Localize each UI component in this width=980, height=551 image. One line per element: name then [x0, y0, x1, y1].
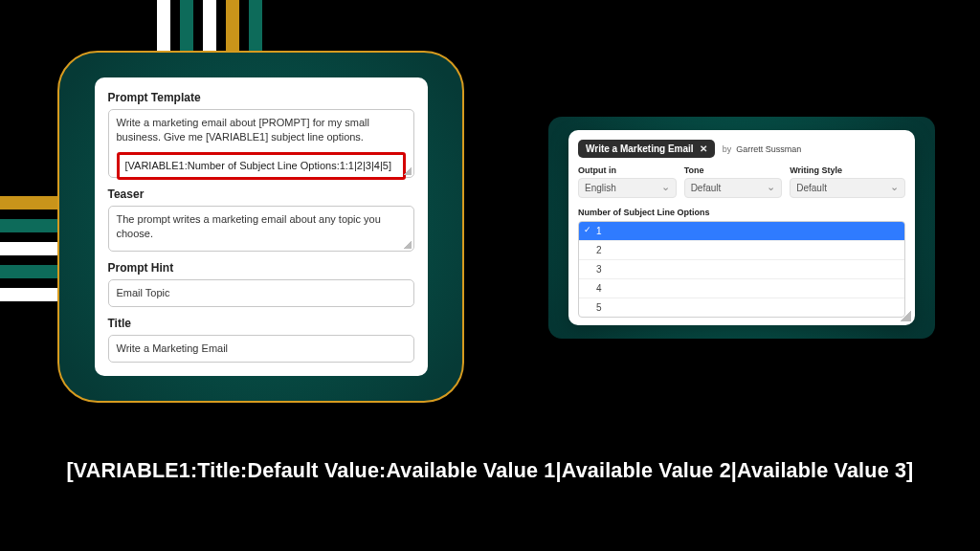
tone-value: Default [691, 183, 722, 193]
dropdown-item-5[interactable]: 5 [579, 298, 904, 317]
teaser-textarea[interactable]: The prompt writes a marketing email abou… [108, 206, 414, 252]
writing-style-value: Default [796, 183, 827, 193]
byline: by Garrett Sussman [723, 144, 802, 154]
prompt-template-body: Write a marketing email about [PROMPT] f… [117, 117, 369, 143]
prompt-template-label: Prompt Template [108, 91, 414, 104]
byline-author: Garrett Sussman [736, 144, 801, 154]
decor-stripes-top [157, 0, 310, 57]
prompt-editor-panel: Prompt Template Write a marketing email … [95, 77, 428, 376]
writing-style-select[interactable]: Default [790, 178, 905, 198]
variable-definition-highlight: [VARIABLE1:Number of Subject Line Option… [117, 152, 406, 180]
dropdown-item-4[interactable]: 4 [579, 279, 904, 298]
select-row: Output in English Tone Default Writing S… [578, 165, 905, 198]
dropdown-item-3[interactable]: 3 [579, 260, 904, 279]
variable-syntax-example: [VARIABLE1:Title:Default Value:Available… [0, 459, 980, 483]
writing-style-label: Writing Style [790, 165, 905, 175]
chip-row: Write a Marketing Email ✕ by Garrett Sus… [578, 140, 905, 158]
teaser-label: Teaser [108, 187, 414, 201]
prompt-template-textarea[interactable]: Write a marketing email about [PROMPT] f… [108, 109, 414, 178]
output-in-select[interactable]: English [578, 178, 677, 198]
title-label: Title [108, 317, 414, 330]
teaser-text: The prompt writes a marketing email abou… [117, 213, 381, 239]
output-in-label: Output in [578, 165, 677, 175]
active-prompt-chip-label: Write a Marketing Email [586, 143, 694, 154]
title-input[interactable]: Write a Marketing Email [108, 335, 414, 363]
subject-line-options-dropdown[interactable]: 1 2 3 4 5 [578, 221, 905, 318]
title-value: Write a Marketing Email [117, 342, 229, 354]
prompt-runner-card: Write a Marketing Email ✕ by Garrett Sus… [548, 117, 935, 339]
prompt-hint-label: Prompt Hint [108, 261, 414, 275]
active-prompt-chip[interactable]: Write a Marketing Email ✕ [578, 140, 715, 158]
prompt-runner-panel: Write a Marketing Email ✕ by Garrett Sus… [568, 130, 915, 325]
resize-handle-icon[interactable] [900, 310, 911, 321]
prompt-editor-card: Prompt Template Write a marketing email … [57, 51, 464, 403]
close-icon[interactable]: ✕ [700, 143, 707, 154]
prompt-hint-input[interactable]: Email Topic [108, 279, 414, 307]
dropdown-label: Number of Subject Line Options [578, 208, 905, 217]
prompt-hint-value: Email Topic [117, 287, 170, 298]
variable-definition-text: [VARIABLE1:Number of Subject Line Option… [125, 160, 391, 171]
byline-prefix: by [723, 144, 732, 154]
tone-label: Tone [684, 165, 783, 175]
output-in-value: English [585, 183, 616, 193]
tone-select[interactable]: Default [684, 178, 783, 198]
dropdown-item-1[interactable]: 1 [579, 222, 904, 241]
dropdown-item-2[interactable]: 2 [579, 241, 904, 260]
